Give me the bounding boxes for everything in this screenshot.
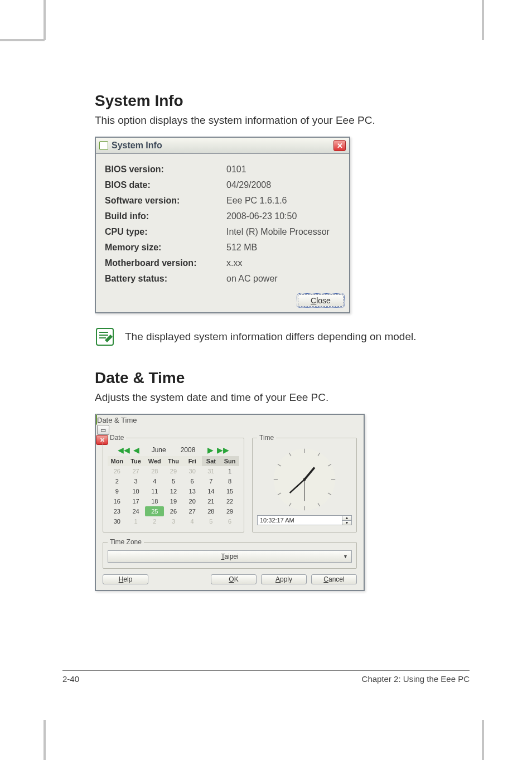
calendar-day[interactable]: 24 — [127, 506, 146, 516]
system-info-body: BIOS version:0101BIOS date:04/29/2008Sof… — [96, 154, 349, 292]
calendar-day[interactable]: 30 — [108, 516, 127, 526]
close-button[interactable]: Close — [298, 294, 344, 307]
calendar-day[interactable]: 30 — [183, 466, 202, 476]
time-input[interactable] — [257, 515, 342, 525]
calendar-day[interactable]: 2 — [145, 516, 164, 526]
sysinfo-key: BIOS date: — [105, 177, 226, 193]
sysinfo-key: Memory size: — [105, 240, 226, 255]
calendar-day[interactable]: 15 — [220, 486, 239, 496]
calendar-day[interactable]: 21 — [202, 496, 221, 506]
apply-button[interactable]: Apply — [261, 574, 307, 584]
calendar-table[interactable]: MonTueWedThuFriSatSun 262728293031123456… — [108, 456, 239, 526]
sysinfo-row: BIOS version:0101 — [105, 162, 340, 177]
note-text: The displayed system information differs… — [125, 331, 416, 343]
note-row: The displayed system information differs… — [95, 327, 468, 347]
calendar-day[interactable]: 3 — [164, 516, 183, 526]
timezone-value: Taipei — [221, 553, 238, 560]
calendar-day[interactable]: 6 — [220, 516, 239, 526]
time-spinner[interactable]: ▲▼ — [342, 515, 352, 525]
page-footer: 2-40 Chapter 2: Using the Eee PC — [62, 670, 470, 684]
time-fieldset: Time — [252, 434, 357, 533]
calendar-day[interactable]: 8 — [220, 476, 239, 486]
calendar-day[interactable]: 22 — [220, 496, 239, 506]
calendar-day[interactable]: 28 — [145, 466, 164, 476]
calendar-day[interactable]: 4 — [145, 476, 164, 486]
chevron-down-icon: ▼ — [343, 554, 348, 559]
calendar-day[interactable]: 4 — [183, 516, 202, 526]
cancel-button[interactable]: Cancel — [311, 574, 357, 584]
calendar-day[interactable]: 29 — [164, 466, 183, 476]
calendar-day[interactable]: 17 — [127, 496, 146, 506]
timezone-fieldset: Time Zone Taipei ▼ — [103, 538, 357, 569]
calendar-day[interactable]: 27 — [183, 506, 202, 516]
heading-system-info: System Info — [95, 92, 468, 110]
system-info-dialog: System Info ✕ BIOS version:0101BIOS date… — [95, 137, 350, 313]
calendar-day[interactable]: 6 — [183, 476, 202, 486]
calendar-day[interactable]: 28 — [202, 506, 221, 516]
timezone-select[interactable]: Taipei ▼ — [108, 550, 352, 563]
time-legend: Time — [257, 434, 276, 442]
calendar-day[interactable]: 13 — [183, 486, 202, 496]
calendar-day[interactable]: 5 — [202, 516, 221, 526]
prev-year-icon[interactable]: ◀◀ — [118, 446, 130, 454]
sysinfo-row: Build info:2008-06-23 10:50 — [105, 209, 340, 224]
sysinfo-value: 2008-06-23 10:50 — [226, 209, 340, 224]
calendar-day[interactable]: 14 — [202, 486, 221, 496]
calendar-day[interactable]: 10 — [127, 486, 146, 496]
date-legend: Date — [108, 434, 126, 442]
calendar-day[interactable]: 26 — [164, 506, 183, 516]
page-number: 2-40 — [62, 674, 79, 684]
app-icon — [96, 414, 97, 425]
system-info-description: This option displays the system informat… — [95, 114, 468, 127]
sysinfo-value: 512 MB — [226, 240, 340, 255]
weekday-header: Sun — [220, 456, 239, 466]
weekday-header: Mon — [108, 456, 127, 466]
calendar-day[interactable]: 2 — [108, 476, 127, 486]
calendar-day[interactable]: 16 — [108, 496, 127, 506]
prev-month-icon[interactable]: ◀ — [133, 446, 139, 454]
sysinfo-row: BIOS date:04/29/2008 — [105, 177, 340, 193]
calendar-day[interactable]: 20 — [183, 496, 202, 506]
calendar-day[interactable]: 29 — [220, 506, 239, 516]
sysinfo-value: on AC power — [226, 271, 340, 287]
spin-down-icon[interactable]: ▼ — [342, 521, 351, 525]
sysinfo-key: Motherboard version: — [105, 255, 226, 271]
close-icon[interactable]: ✕ — [333, 140, 346, 151]
date-fieldset: Date ◀◀ ◀ June 2008 ▶ ▶▶ — [103, 434, 244, 533]
date-time-titlebar[interactable]: Date & Time ▭ ✕ — [96, 415, 364, 428]
calendar-day[interactable]: 11 — [145, 486, 164, 496]
next-month-icon[interactable]: ▶ — [207, 446, 214, 454]
help-button[interactable]: Help — [103, 574, 148, 584]
calendar-day[interactable]: 12 — [164, 486, 183, 496]
system-info-titlebar[interactable]: System Info ✕ — [96, 138, 349, 154]
calendar-day[interactable]: 31 — [202, 466, 221, 476]
calendar-day[interactable]: 1 — [127, 516, 146, 526]
sysinfo-row: Motherboard version:x.xx — [105, 255, 340, 271]
calendar-day[interactable]: 25 — [145, 506, 164, 516]
system-info-title: System Info — [112, 141, 330, 151]
calendar-day[interactable]: 1 — [220, 466, 239, 476]
calendar-day[interactable]: 5 — [164, 476, 183, 486]
sysinfo-value: x.xx — [226, 255, 340, 271]
calendar-day[interactable]: 23 — [108, 506, 127, 516]
weekday-header: Fri — [183, 456, 202, 466]
crop-mark — [482, 0, 484, 40]
calendar-day[interactable]: 27 — [127, 466, 146, 476]
sysinfo-value: 0101 — [226, 162, 340, 177]
calendar-day[interactable]: 3 — [127, 476, 146, 486]
weekday-header: Thu — [164, 456, 183, 466]
calendar-day[interactable]: 9 — [108, 486, 127, 496]
calendar-day[interactable]: 26 — [108, 466, 127, 476]
calendar-day[interactable]: 7 — [202, 476, 221, 486]
timezone-legend: Time Zone — [108, 538, 144, 546]
sysinfo-row: CPU type:Intel (R) Mobile Processor — [105, 224, 340, 240]
year-label: 2008 — [181, 446, 196, 454]
next-year-icon[interactable]: ▶▶ — [217, 446, 229, 454]
sysinfo-value: Eee PC 1.6.1.6 — [226, 193, 340, 209]
month-label: June — [152, 446, 166, 454]
calendar-day[interactable]: 19 — [164, 496, 183, 506]
calendar-day[interactable]: 18 — [145, 496, 164, 506]
analog-clock — [257, 446, 352, 513]
spin-up-icon[interactable]: ▲ — [342, 516, 351, 521]
ok-button[interactable]: OK — [211, 574, 257, 584]
